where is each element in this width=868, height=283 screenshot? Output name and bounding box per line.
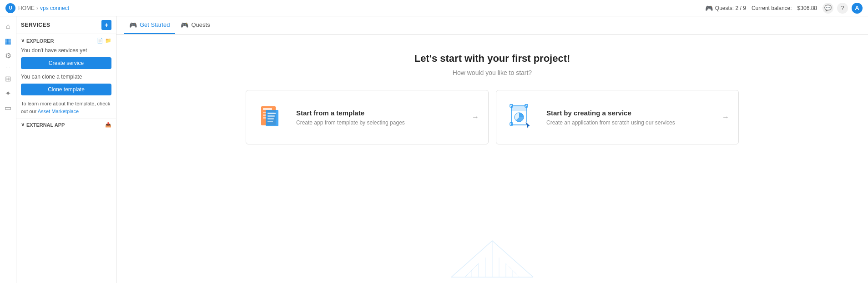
tabs-bar: 🎮 Get Started 🎮 Quests — [116, 16, 868, 35]
new-file-icon[interactable]: 📄 — [97, 38, 103, 44]
svg-rect-6 — [267, 113, 276, 114]
template-card-text: Start from a template Create app from te… — [296, 109, 472, 126]
tab-quests[interactable]: 🎮 Quests — [175, 16, 215, 34]
explorer-section-icons: 📄 📁 — [97, 38, 111, 44]
service-card-title: Start by creating a service — [546, 109, 722, 117]
tab-get-started[interactable]: 🎮 Get Started — [124, 16, 175, 34]
explorer-label: EXPLORER — [26, 38, 54, 44]
user-avatar[interactable]: A — [852, 3, 863, 14]
external-label: EXTERNAL APP — [26, 122, 65, 128]
quests-tab-label: Quests — [191, 21, 210, 28]
discord-icon[interactable]: 💬 — [823, 3, 833, 14]
breadcrumb-sep: › — [36, 5, 38, 11]
topbar: U HOME › vps connect 🎮 Quests: 2 / 9 Cur… — [0, 0, 868, 16]
asset-marketplace-link[interactable]: Asset Marketplace — [38, 109, 79, 114]
get-started-tab-label: Get Started — [140, 21, 170, 28]
service-card-text: Start by creating a service Create an ap… — [546, 109, 722, 126]
breadcrumb: HOME › vps connect — [18, 5, 69, 11]
main-content: Let's start with your first project! How… — [116, 35, 868, 283]
balance-label: Current balance: — [752, 5, 792, 11]
topbar-right: 🎮 Quests: 2 / 9 Current balance: $306.88… — [705, 3, 863, 14]
template-card-icon — [255, 101, 287, 133]
breadcrumb-current[interactable]: vps connect — [40, 5, 69, 11]
svg-rect-9 — [267, 121, 273, 122]
template-card-desc: Create app from template by selecting pa… — [296, 119, 472, 126]
nav-home[interactable]: ⌂ — [2, 20, 15, 33]
create-service-button[interactable]: Create service — [21, 57, 111, 69]
new-folder-icon[interactable]: 📁 — [105, 38, 111, 44]
quests-icon: 🎮 — [705, 5, 713, 12]
external-toggle: ∨ — [21, 122, 25, 128]
svg-rect-7 — [267, 115, 275, 117]
explorer-toggle: ∨ — [21, 38, 25, 44]
hero-title: Let's start with your first project! — [414, 53, 570, 65]
icon-nav: ⌂ ▦ ⚙ ··· ⊞ ✦ ▭ — [0, 16, 16, 283]
main-layout: ⌂ ▦ ⚙ ··· ⊞ ✦ ▭ SERVICES + ∨ EXPLORER 📄 … — [0, 16, 868, 283]
learn-more-text: To learn more about the template, check … — [21, 100, 111, 115]
breadcrumb-home[interactable]: HOME — [18, 5, 35, 11]
sidebar-header: SERVICES + — [16, 16, 116, 34]
clone-info-text: You can clone a template — [21, 74, 111, 80]
svg-rect-8 — [267, 118, 274, 119]
hero-subtitle: How would you like to start? — [453, 69, 532, 76]
clone-template-button[interactable]: Clone template — [21, 84, 111, 95]
nav-gear[interactable]: ✦ — [2, 87, 15, 99]
external-section-icons: 📤 — [105, 122, 111, 128]
get-started-tab-icon: 🎮 — [129, 21, 137, 29]
service-card-desc: Create an application from scratch using… — [546, 119, 722, 126]
card-service[interactable]: Start by creating a service Create an ap… — [496, 90, 739, 144]
nav-settings[interactable]: ⚙ — [2, 49, 15, 62]
help-icon[interactable]: ? — [837, 3, 848, 14]
logo: U — [5, 3, 15, 13]
content-area: 🎮 Get Started 🎮 Quests Let's start with … — [116, 16, 868, 283]
quests-tab-icon: 🎮 — [181, 21, 188, 29]
export-icon[interactable]: 📤 — [105, 122, 111, 128]
nav-apps[interactable]: ⊞ — [2, 72, 15, 85]
template-card-arrow: → — [472, 113, 479, 121]
nav-monitor[interactable]: ▭ — [2, 101, 15, 114]
sidebar-add-button[interactable]: + — [101, 20, 111, 30]
card-template[interactable]: Start from a template Create app from te… — [246, 90, 489, 144]
external-app-header[interactable]: ∨ EXTERNAL APP 📤 — [21, 122, 111, 128]
external-app-section: ∨ EXTERNAL APP 📤 — [16, 119, 116, 134]
nav-layers[interactable]: ▦ — [2, 35, 15, 47]
service-card-icon — [505, 101, 537, 133]
sidebar: SERVICES + ∨ EXPLORER 📄 📁 You don't have… — [16, 16, 116, 283]
quests-label: Quests: 2 / 9 — [715, 5, 746, 11]
quests-badge[interactable]: 🎮 Quests: 2 / 9 — [705, 5, 746, 12]
svg-rect-11 — [511, 106, 527, 111]
service-card-arrow: → — [722, 113, 729, 121]
cards-row: Start from a template Create app from te… — [242, 90, 742, 144]
svg-rect-1 — [263, 108, 272, 110]
bottom-decoration — [447, 236, 538, 283]
template-card-title: Start from a template — [296, 109, 472, 117]
no-services-text: You don't have services yet — [21, 47, 111, 54]
nav-more-dots: ··· — [6, 65, 10, 70]
topbar-icons: 💬 ? A — [823, 3, 863, 14]
explorer-section-header[interactable]: ∨ EXPLORER 📄 📁 — [21, 38, 111, 44]
balance-value: $306.88 — [797, 5, 817, 11]
sidebar-title: SERVICES — [21, 22, 50, 28]
topbar-left: U HOME › vps connect — [5, 3, 69, 13]
explorer-section: ∨ EXPLORER 📄 📁 You don't have services y… — [16, 34, 116, 119]
